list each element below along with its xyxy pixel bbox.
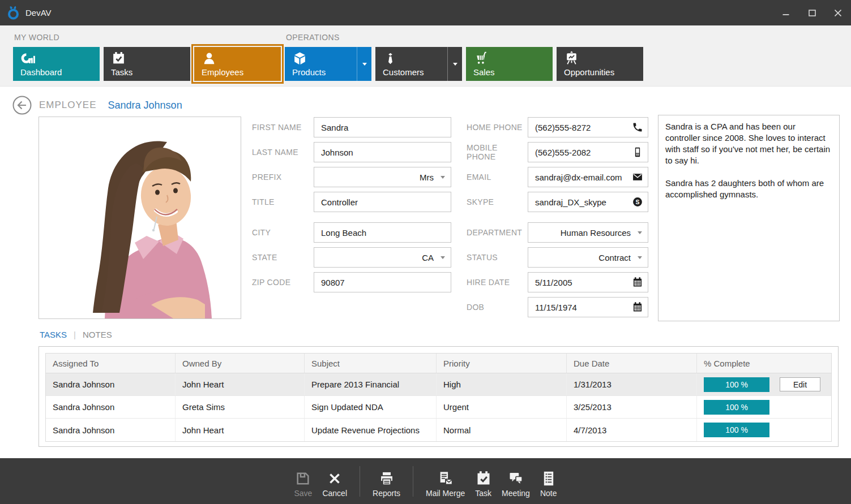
column-header-percent-complete[interactable]: % Complete [697,354,831,373]
cell-subject: Update Revenue Projections [305,419,437,441]
table-row[interactable]: Sandra Johnson Greta Sims Sign Updated N… [46,396,831,419]
back-button[interactable] [12,96,32,115]
calendar-icon[interactable] [632,277,643,288]
zip-input[interactable] [314,273,451,292]
column-header-assigned-to[interactable]: Assigned To [46,354,176,373]
hire-date-field [528,272,648,292]
hire-date-input[interactable] [528,273,648,292]
tab-notes[interactable]: NOTES [83,330,112,339]
employee-photo-image [39,117,241,318]
title-input[interactable] [314,192,451,212]
chevron-down-icon [638,256,642,259]
maximize-button[interactable] [799,0,825,25]
tie-icon [383,51,398,66]
tile-customers-dropdown[interactable] [447,47,462,81]
prefix-select[interactable]: Mrs [314,167,451,187]
phone-icon [632,122,643,133]
city-input[interactable] [314,223,451,242]
department-value: Human Resources [561,228,631,238]
city-field [314,222,451,243]
form-row-home-phone: HOME PHONE [467,117,648,137]
skype-input[interactable] [528,192,648,212]
department-select[interactable]: Human Resources [528,222,648,243]
mobile-phone-input[interactable] [528,143,648,162]
form-column-right: HOME PHONE MOBILE PHONE [467,117,648,322]
chevron-down-icon [441,176,445,179]
save-icon [295,471,311,486]
form-row-skype: SKYPE S [467,192,648,212]
tile-label: Tasks [111,67,132,77]
last-name-label: LAST NAME [252,148,314,157]
tile-opportunities[interactable]: Opportunities [557,47,643,81]
minimize-button[interactable] [773,0,799,25]
form-row-title: TITLE [252,192,451,212]
tile-label: Customers [383,67,424,77]
mail-merge-button[interactable]: Mail Merge [421,465,470,498]
first-name-label: FIRST NAME [252,123,314,132]
home-phone-field [528,117,648,137]
column-header-subject[interactable]: Subject [305,354,437,373]
table-row[interactable]: Sandra Johnson John Heart Update Revenue… [46,419,831,441]
note-button[interactable]: Note [535,465,562,498]
form-row-department: DEPARTMENT Human Resources [467,222,648,243]
tab-separator: | [74,330,76,339]
tile-label: Products [292,67,326,77]
progress-bar: 100 % [704,400,769,415]
column-header-due-date[interactable]: Due Date [567,354,697,373]
column-header-priority[interactable]: Priority [437,354,567,373]
printer-icon [379,471,395,486]
cell-owned-by: Greta Sims [176,396,305,418]
save-button[interactable]: Save [289,465,318,498]
reports-button[interactable]: Reports [367,465,405,498]
tab-tasks[interactable]: TASKS [40,330,67,339]
employee-notes-memo[interactable]: Sandra is a CPA and has been our control… [658,115,840,321]
cell-priority: Normal [437,419,567,441]
home-phone-label: HOME PHONE [467,123,528,132]
first-name-input[interactable] [314,118,451,137]
tile-dashboard[interactable]: Dashboard [13,47,100,81]
tile-products[interactable]: Products [285,47,371,81]
easel-chart-icon [564,51,579,66]
cancel-button[interactable]: Cancel [317,465,352,498]
table-row[interactable]: Sandra Johnson John Heart Prepare 2013 F… [46,373,831,396]
column-header-owned-by[interactable]: Owned By [176,354,305,373]
cell-due-date: 3/25/2013 [567,396,697,418]
email-input[interactable] [528,167,648,187]
mobile-phone-field [528,142,648,162]
tile-label: Dashboard [20,67,62,77]
form-row-zip: ZIP CODE [252,272,451,292]
dob-field [528,297,648,317]
tile-customers[interactable]: Customers [375,47,462,81]
home-phone-input[interactable] [528,118,648,137]
state-select[interactable]: CA [314,247,451,268]
last-name-input[interactable] [314,143,451,162]
form-row-first-name: FIRST NAME [252,117,451,137]
cell-percent-complete: 100 % [697,396,831,418]
calendar-icon[interactable] [632,301,643,313]
employee-detail-view: EMPLOYEE Sandra Johnson [0,87,851,458]
zip-label: ZIP CODE [252,278,314,287]
ribbon: MY WORLD OPERATIONS Dashboard Tasks [0,25,851,87]
meeting-button[interactable]: Meeting [497,465,535,498]
person-icon [202,51,217,66]
mobile-phone-label: MOBILE PHONE [467,143,528,161]
tile-products-dropdown[interactable] [357,47,371,81]
hire-date-label: HIRE DATE [467,278,528,287]
tasks-table: Assigned To Owned By Subject Priority Du… [45,353,832,442]
tile-tasks[interactable]: Tasks [104,47,190,81]
close-button[interactable] [825,0,851,25]
mail-merge-icon [438,471,454,486]
section-label: EMPLOYEE [39,100,97,111]
dob-input[interactable] [528,298,648,317]
tile-sales[interactable]: Sales [466,47,553,81]
title-bar: DevAV [0,0,851,25]
task-button[interactable]: Task [470,465,497,498]
toolbar-separator [360,466,360,497]
cell-assigned-to: Sandra Johnson [46,396,176,418]
edit-button[interactable]: Edit [780,377,820,391]
skype-field: S [528,192,648,212]
cell-priority: Urgent [437,396,567,418]
tile-employees-selected[interactable]: Employees [194,47,281,81]
status-select[interactable]: Contract [528,247,648,268]
skype-label: SKYPE [467,197,528,206]
